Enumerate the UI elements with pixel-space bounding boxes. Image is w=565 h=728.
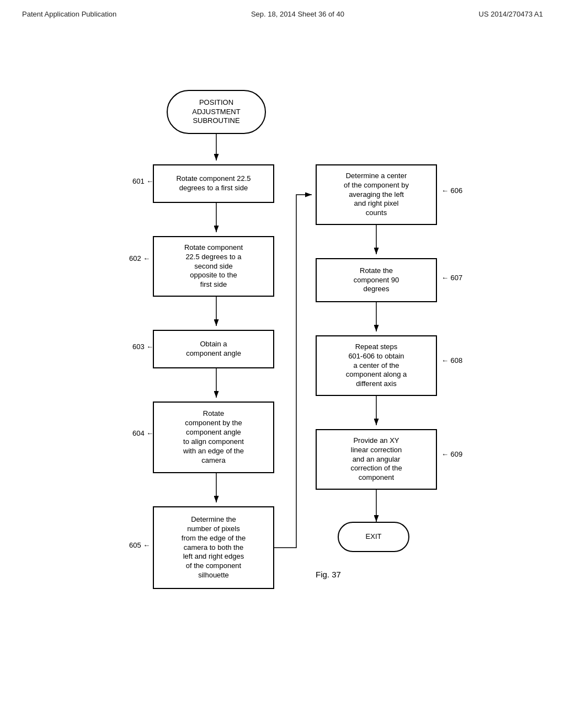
header-left: Patent Application Publication xyxy=(22,10,116,18)
node-603: Obtain acomponent angle xyxy=(153,330,274,368)
step-label-602: 602 ← xyxy=(129,254,150,263)
step-label-609: ← 609 xyxy=(441,450,462,458)
node-609: Provide an XYlinear correctionand an ang… xyxy=(316,429,437,490)
step-label-607: ← 607 xyxy=(441,274,462,282)
node-604-label: Rotatecomponent by thecomponent angleto … xyxy=(183,409,244,465)
node-606-label: Determine a centerof the component byave… xyxy=(344,172,409,218)
node-605-label: Determine thenumber of pixelsfrom the ed… xyxy=(182,515,246,580)
flowchart-arrows xyxy=(45,35,520,641)
exit-node: EXIT xyxy=(338,522,409,552)
node-607: Rotate thecomponent 90degrees xyxy=(316,258,437,302)
header-right: US 2014/270473 A1 xyxy=(479,10,543,18)
step-label-601: 601 ← xyxy=(132,177,153,185)
node-603-label: Obtain acomponent angle xyxy=(186,340,241,358)
node-601-label: Rotate component 22.5degrees to a first … xyxy=(176,174,250,193)
node-609-label: Provide an XYlinear correctionand an ang… xyxy=(350,436,402,483)
node-605: Determine thenumber of pixelsfrom the ed… xyxy=(153,506,274,589)
step-label-608: ← 608 xyxy=(441,356,462,365)
header-middle: Sep. 18, 2014 Sheet 36 of 40 xyxy=(251,10,344,18)
diagram-area: POSITIONADJUSTMENTSUBROUTINE 601 ← Rotat… xyxy=(0,24,565,652)
fig-caption: Fig. 37 xyxy=(316,570,341,579)
flowchart: POSITIONADJUSTMENTSUBROUTINE 601 ← Rotat… xyxy=(45,35,520,641)
node-606: Determine a centerof the component byave… xyxy=(316,164,437,225)
node-608-label: Repeat steps601-606 to obtaina center of… xyxy=(346,342,407,389)
node-602-label: Rotate component22.5 degrees to asecond … xyxy=(184,243,243,290)
step-label-604: 604 ← xyxy=(132,429,153,437)
step-label-606: ← 606 xyxy=(441,186,462,195)
start-label: POSITIONADJUSTMENTSUBROUTINE xyxy=(192,98,240,126)
exit-label: EXIT xyxy=(366,532,382,542)
page-header: Patent Application Publication Sep. 18, … xyxy=(0,0,565,24)
node-601: Rotate component 22.5degrees to a first … xyxy=(153,164,274,203)
node-607-label: Rotate thecomponent 90degrees xyxy=(354,266,399,295)
step-label-605: 605 ← xyxy=(129,541,150,549)
start-node: POSITIONADJUSTMENTSUBROUTINE xyxy=(167,90,266,134)
node-608: Repeat steps601-606 to obtaina center of… xyxy=(316,335,437,396)
step-label-603: 603 ← xyxy=(132,342,153,351)
node-602: Rotate component22.5 degrees to asecond … xyxy=(153,236,274,297)
node-604: Rotatecomponent by thecomponent angleto … xyxy=(153,402,274,473)
